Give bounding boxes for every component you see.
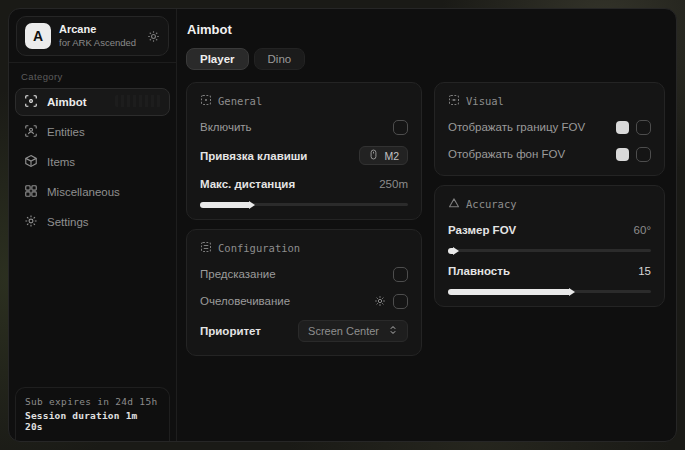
target-icon <box>200 94 212 108</box>
row-smoothness: Плавность 15 <box>448 263 651 279</box>
fov-border-checkbox[interactable] <box>636 120 651 135</box>
watermark <box>115 95 161 107</box>
panel-accuracy-header: Accuracy <box>448 197 651 211</box>
fov-size-value: 60° <box>634 224 651 236</box>
prediction-label: Предсказание <box>200 268 276 280</box>
row-keybind: Привязка клавиши M2 <box>200 146 408 165</box>
sidebar-item-label: Aimbot <box>47 96 87 108</box>
priority-label: Приоритет <box>200 325 261 337</box>
sidebar-item-label: Miscellaneous <box>47 186 120 198</box>
priority-value: Screen Center <box>308 325 379 337</box>
box-icon <box>24 154 38 170</box>
keybind-value: M2 <box>384 150 399 162</box>
category-label: Category <box>9 63 176 86</box>
main-content: Aimbot Player Dino General <box>177 9 677 441</box>
page-title: Aimbot <box>186 22 665 37</box>
panel-configuration-header: Configuration <box>200 241 408 255</box>
fov-border-label: Отображать границу FOV <box>448 121 585 133</box>
max-distance-value: 250m <box>379 178 408 190</box>
panel-accuracy: Accuracy Размер FOV 60° Плавность 15 <box>434 185 665 307</box>
row-fov-border: Отображать границу FOV <box>448 119 651 135</box>
scan-person-icon <box>24 124 38 140</box>
keybind-button[interactable]: M2 <box>359 146 408 165</box>
tab-dino[interactable]: Dino <box>254 48 306 70</box>
panel-general: General Включить Привязка клавиши <box>186 82 422 220</box>
sub-expires-text: Sub expires in 24d 15h <box>25 396 160 407</box>
humanization-label: Очеловечивание <box>200 295 290 307</box>
fov-size-label: Размер FOV <box>448 224 516 236</box>
gear-icon[interactable] <box>374 295 386 307</box>
sidebar-item-label: Settings <box>47 216 89 228</box>
slider-fill <box>448 289 570 295</box>
panel-configuration: Configuration Предсказание Очеловечивани… <box>186 229 422 356</box>
sidebar-item-label: Items <box>47 156 75 168</box>
row-fov-size: Размер FOV 60° <box>448 222 651 238</box>
tab-player[interactable]: Player <box>186 48 249 70</box>
fov-size-slider[interactable] <box>448 249 651 252</box>
sidebar-item-settings[interactable]: Settings <box>15 208 170 236</box>
fov-bg-checkbox[interactable] <box>636 147 651 162</box>
slider-fill <box>448 248 454 254</box>
brand-text: Arcane for ARK Ascended <box>59 23 139 49</box>
eye-icon <box>448 94 460 108</box>
row-prediction: Предсказание <box>200 266 408 282</box>
smoothness-slider[interactable] <box>448 290 651 293</box>
row-fov-bg: Отображать фон FOV <box>448 146 651 162</box>
sidebar-item-entities[interactable]: Entities <box>15 118 170 146</box>
sidebar-header: A Arcane for ARK Ascended <box>9 9 176 63</box>
session-duration-text: Session duration 1m 20s <box>25 410 160 432</box>
delta-icon <box>448 197 460 211</box>
priority-select[interactable]: Screen Center <box>298 320 408 342</box>
tab-bar: Player Dino <box>186 48 665 70</box>
panel-general-header: General <box>200 94 408 108</box>
smoothness-label: Плавность <box>448 265 510 277</box>
panel-visual-header: Visual <box>448 94 651 108</box>
gear-icon[interactable] <box>147 30 160 43</box>
sidebar-item-miscellaneous[interactable]: Miscellaneous <box>15 178 170 206</box>
app-subtitle: for ARK Ascended <box>59 37 139 49</box>
sliders-icon <box>200 241 212 255</box>
sidebar-item-aimbot[interactable]: Aimbot <box>15 88 170 116</box>
row-priority: Приоритет Screen Center <box>200 320 408 342</box>
sidebar-nav: Aimbot Entities <box>9 86 176 238</box>
fov-bg-color-swatch[interactable] <box>616 148 629 161</box>
sidebar-item-label: Entities <box>47 126 85 138</box>
row-enable: Включить <box>200 119 408 135</box>
enable-label: Включить <box>200 121 252 133</box>
row-humanization: Очеловечивание <box>200 293 408 309</box>
crosshair-icon <box>24 94 38 110</box>
enable-checkbox[interactable] <box>393 120 408 135</box>
mouse-icon <box>368 149 379 162</box>
max-distance-label: Макс. дистанция <box>200 178 295 190</box>
fov-border-color-swatch[interactable] <box>616 121 629 134</box>
panel-visual: Visual Отображать границу FOV Отображать… <box>434 82 665 176</box>
fov-bg-label: Отображать фон FOV <box>448 148 565 160</box>
gear-icon <box>24 214 38 230</box>
sidebar-item-items[interactable]: Items <box>15 148 170 176</box>
humanization-checkbox[interactable] <box>393 294 408 309</box>
app-logo: A <box>25 23 51 49</box>
keybind-label: Привязка клавиши <box>200 150 307 162</box>
brand-card: A Arcane for ARK Ascended <box>16 16 169 56</box>
prediction-checkbox[interactable] <box>393 267 408 282</box>
app-window: A Arcane for ARK Ascended Category <box>8 8 677 442</box>
row-max-distance: Макс. дистанция 250m <box>200 176 408 192</box>
sidebar: A Arcane for ARK Ascended Category <box>9 9 177 441</box>
app-name: Arcane <box>59 23 139 37</box>
grid-icon <box>24 184 38 200</box>
smoothness-value: 15 <box>638 265 651 277</box>
slider-fill <box>200 202 250 208</box>
session-info: Sub expires in 24d 15h Session duration … <box>15 387 170 441</box>
max-distance-slider[interactable] <box>200 203 408 206</box>
unfold-icon <box>388 325 398 337</box>
